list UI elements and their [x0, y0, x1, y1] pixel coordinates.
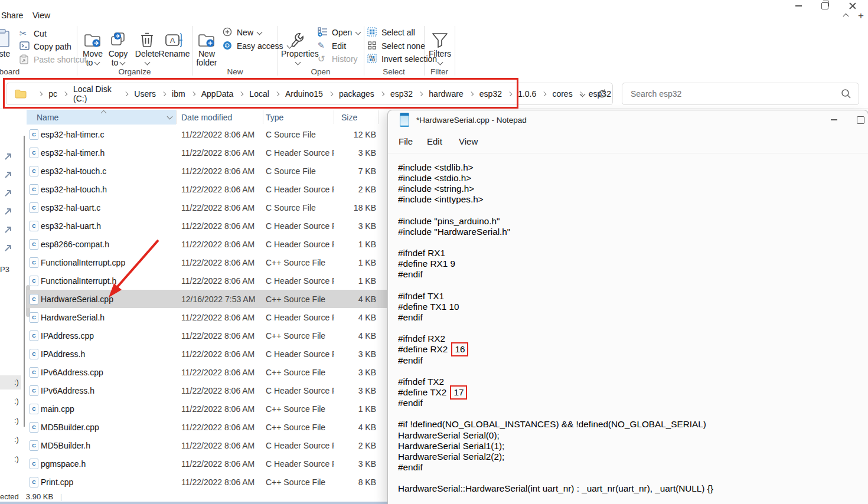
file-row[interactable]: Cesp8266-compat.h11/22/2022 8:06 AMC Hea… [27, 235, 387, 253]
file-name: main.cpp [41, 404, 74, 414]
refresh-icon[interactable] [597, 89, 608, 99]
breadcrumb-segment[interactable]: packages [338, 88, 376, 100]
breadcrumb-segment[interactable]: pc [47, 88, 58, 100]
file-date-modified: 11/22/2022 8:06 AM [181, 313, 254, 322]
copy-to-button[interactable]: Copy to [105, 27, 132, 67]
breadcrumb-segment[interactable]: cores [551, 88, 573, 100]
file-row[interactable]: CHardwareSerial.h11/22/2022 8:06 AMC Hea… [27, 308, 387, 326]
column-header-date[interactable]: Date modified [181, 110, 258, 125]
edit-button[interactable]: ✎ Edit [318, 41, 346, 51]
cut-button[interactable]: ✂ Cut [19, 28, 47, 38]
column-header-name[interactable]: Name [37, 110, 155, 125]
search-input[interactable] [629, 83, 833, 104]
menu-file[interactable]: File [399, 136, 413, 146]
file-date-modified: 11/22/2022 8:06 AM [181, 276, 254, 286]
paste-shortcut-button[interactable]: Paste shortcut [19, 54, 87, 64]
notepad-text-area[interactable]: #include <stdlib.h>#include <stdio.h>#in… [398, 162, 866, 504]
file-row[interactable]: CIPAddress.cpp11/22/2022 8:06 AMC++ Sour… [27, 326, 387, 345]
file-row[interactable]: CMD5Builder.cpp11/22/2022 8:06 AMC++ Sou… [27, 418, 387, 436]
open-button[interactable]: Open [318, 27, 360, 37]
rename-button[interactable]: A Rename [158, 27, 190, 58]
code-line: #endif [398, 312, 866, 323]
copy-path-button[interactable]: Copy path [19, 41, 71, 51]
nav-item-fragment[interactable]: :) [14, 397, 19, 405]
move-to-button[interactable]: Move to [79, 27, 106, 67]
chevron-down-icon [144, 60, 150, 66]
explorer-restore-button[interactable] [813, 0, 837, 12]
menu-view[interactable]: View [459, 136, 478, 146]
shortcut-arrow-icon [4, 189, 12, 197]
file-name: FunctionalInterrupt.cpp [41, 258, 125, 267]
nav-item-fragment[interactable]: P3 [0, 265, 9, 274]
breadcrumb-segment[interactable]: Local Disk (C:) [72, 83, 119, 104]
search-icon[interactable] [841, 89, 851, 99]
file-row[interactable]: Cesp32-hal-touch.c11/22/2022 8:06 AMC So… [27, 162, 387, 180]
breadcrumb-segment[interactable]: hardware [428, 88, 464, 100]
file-date-modified: 11/22/2022 8:06 AM [181, 441, 254, 450]
file-row[interactable]: CMD5Builder.h11/22/2022 8:06 AMC Header … [27, 436, 387, 454]
code-line: HardwareSerial Serial(0); [398, 430, 866, 441]
file-row[interactable]: CFunctionalInterrupt.cpp11/22/2022 8:06 … [27, 253, 387, 271]
file-row[interactable]: Cesp32-hal-timer.h11/22/2022 8:06 AMC He… [27, 143, 387, 162]
file-row[interactable]: CFunctionalInterrupt.h11/22/2022 8:06 AM… [27, 271, 387, 290]
delete-button[interactable]: Delete [133, 27, 161, 67]
breadcrumb-segment[interactable]: 1.0.6 [517, 88, 537, 100]
tab-view[interactable]: View [32, 11, 50, 20]
chevron-down-icon [257, 30, 263, 35]
tab-share[interactable]: Share [1, 11, 23, 20]
nav-item-fragment[interactable]: :) [14, 435, 19, 444]
column-header-type[interactable]: Type [266, 110, 325, 125]
rename-icon: A [158, 27, 190, 48]
history-button[interactable]: ↺ History [318, 54, 358, 64]
new-item-button[interactable]: New [223, 27, 262, 37]
select-all-button[interactable]: Select all [367, 27, 415, 37]
file-size: 4 KB [334, 423, 376, 432]
code-text: #endif [398, 269, 423, 279]
new-folder-button[interactable]: New folder [192, 27, 221, 67]
code-text: #define TX1 10 [398, 302, 459, 312]
select-none-button[interactable]: Select none [367, 41, 425, 51]
file-row[interactable]: Cpgmspace.h11/22/2022 8:06 AMC Header So… [27, 454, 387, 473]
breadcrumb-segment[interactable]: ibm [171, 88, 187, 100]
breadcrumb-segment[interactable]: Local [248, 88, 270, 100]
file-row[interactable]: CIPAddress.h11/22/2022 8:06 AMC Header S… [27, 345, 387, 363]
file-row[interactable]: Cesp32-hal-uart.h11/22/2022 8:06 AMC Hea… [27, 217, 387, 235]
explorer-minimize-button[interactable] [787, 0, 810, 12]
breadcrumb-segment[interactable]: Arduino15 [284, 88, 324, 100]
file-row[interactable]: CPrint.cpp11/22/2022 8:06 AMC++ Source F… [27, 473, 387, 491]
menu-edit[interactable]: Edit [427, 136, 442, 146]
file-row[interactable]: CHardwareSerial.cpp12/16/2022 7:53 AMC++… [27, 290, 387, 308]
breadcrumb-segment[interactable]: AppData [200, 88, 234, 100]
breadcrumb-segment[interactable]: esp32 [389, 88, 414, 100]
file-row[interactable]: Cesp32-hal-timer.c11/22/2022 8:06 AMC So… [27, 125, 387, 143]
filters-button[interactable]: Filters [426, 27, 453, 67]
file-row[interactable]: Cesp32-hal-touch.h11/22/2022 8:06 AMC He… [27, 180, 387, 198]
file-date-modified: 11/22/2022 8:06 AM [181, 423, 254, 432]
file-row[interactable]: CIPv6Address.h11/22/2022 8:06 AMC Header… [27, 381, 387, 400]
ribbon-collapse-button[interactable] [838, 10, 853, 22]
address-bar[interactable]: pcLocal Disk (C:)UsersibmAppDataLocalArd… [6, 83, 613, 105]
breadcrumb-segment[interactable]: Users [133, 88, 157, 100]
nav-item-fragment[interactable]: :) [14, 416, 19, 425]
file-date-modified: 11/22/2022 8:06 AM [181, 386, 254, 395]
breadcrumb-segment[interactable]: esp32 [478, 88, 503, 100]
notepad-minimize-button[interactable] [822, 114, 846, 126]
file-row[interactable]: Cmain.cpp11/22/2022 8:06 AMC++ Source Fi… [27, 400, 387, 418]
file-row[interactable]: CIPv6Address.cpp11/22/2022 8:06 AMC++ So… [27, 363, 387, 381]
nav-item-fragment[interactable]: :) [14, 378, 19, 387]
search-box[interactable] [622, 83, 859, 105]
c-file-icon: C [30, 276, 38, 286]
new-tab-button[interactable]: + [854, 9, 868, 21]
file-row[interactable]: Cesp32-hal-uart.c11/22/2022 8:06 AMC Sou… [27, 198, 387, 217]
column-header-size[interactable]: Size [341, 110, 377, 125]
properties-button[interactable]: Properties [281, 27, 314, 67]
nav-pane-divider [24, 136, 25, 427]
close-icon [849, 2, 856, 9]
nav-item-fragment[interactable]: :) [14, 454, 19, 463]
paste-button[interactable]: aste [0, 27, 15, 58]
cpp-file-icon: C [30, 404, 38, 414]
file-type: C++ Source File [266, 423, 325, 432]
file-date-modified: 11/22/2022 8:06 AM [181, 203, 254, 212]
notepad-maximize-button[interactable] [849, 114, 868, 126]
file-size: 1 KB [334, 240, 376, 249]
